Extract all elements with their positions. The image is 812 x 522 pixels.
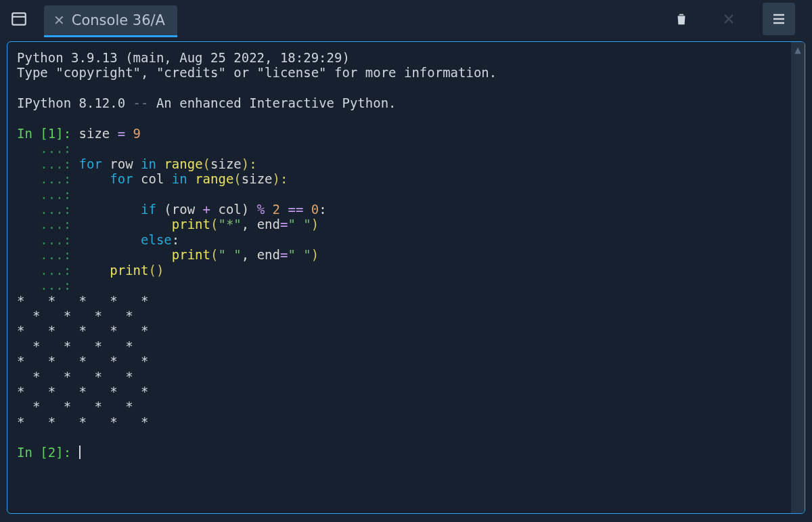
svg-rect-0	[12, 13, 26, 24]
code-token: end	[257, 247, 280, 262]
banner-line-3b: An enhanced Interactive Python.	[148, 95, 396, 110]
prompt-cont: ...:	[17, 202, 79, 217]
code-token: col	[141, 171, 172, 186]
code-token: (	[210, 217, 218, 232]
code-token: "*"	[218, 217, 241, 232]
code-token: " "	[288, 247, 311, 262]
prompt-cont: ...:	[17, 217, 79, 232]
code-token: ):	[273, 171, 288, 186]
prompt-cont: ...:	[17, 141, 79, 156]
code-token: :	[319, 202, 326, 217]
code-token: size	[242, 171, 273, 186]
code-token	[79, 202, 141, 217]
code-token: =	[280, 217, 288, 232]
prompt-cont: ...:	[17, 171, 79, 186]
prompt-cont: ...:	[17, 263, 79, 278]
code-token: ,	[242, 247, 257, 262]
prompt-cont: ...:	[17, 232, 79, 247]
code-token: (	[210, 247, 218, 262]
code-token: =	[280, 247, 288, 262]
output-row: * * * *	[17, 369, 148, 384]
code-token: 0	[311, 202, 319, 217]
code-token	[79, 171, 110, 186]
banner-line-2: Type "copyright", "credits" or "license"…	[17, 65, 497, 80]
code-token: row	[110, 156, 141, 171]
prompt-in-2: In [2]:	[17, 445, 79, 460]
code-token: for	[110, 171, 141, 186]
menu-button[interactable]	[763, 3, 795, 35]
tab-label: Console 36/A	[72, 12, 165, 28]
code-token	[79, 263, 110, 278]
code-token: ,	[242, 217, 257, 232]
output-row: * * * *	[17, 399, 148, 414]
banner-line-3a: IPython 8.12.0	[17, 95, 133, 110]
window-icon	[10, 10, 28, 28]
code-token: " "	[218, 247, 241, 262]
code-token: in	[172, 171, 195, 186]
code-token: (	[203, 156, 210, 171]
output-row: * * * * *	[17, 414, 148, 429]
console-panel: Python 3.9.13 (main, Aug 25 2022, 18:29:…	[7, 41, 805, 514]
toolbar-right	[668, 0, 812, 37]
menu-icon	[771, 11, 787, 27]
prompt-cont: ...:	[17, 278, 79, 292]
code-token: end	[257, 217, 280, 232]
prompt-cont: ...:	[17, 187, 79, 202]
code-token	[79, 217, 172, 232]
scroll-up-arrow[interactable]: ▲	[791, 43, 805, 56]
code-token: )	[311, 247, 319, 262]
console-output[interactable]: Python 3.9.13 (main, Aug 25 2022, 18:29:…	[7, 42, 791, 513]
code-token: col)	[210, 202, 257, 217]
code-token: )	[156, 263, 164, 278]
code-token: print	[110, 263, 148, 278]
code-token: size	[79, 126, 118, 141]
tab-bar: ✕ Console 36/A	[0, 0, 812, 37]
code-token: " "	[288, 217, 311, 232]
close-icon[interactable]: ✕	[53, 12, 65, 28]
code-token: +	[203, 202, 210, 217]
output-row: * * * * *	[17, 293, 148, 308]
code-token: if	[141, 202, 164, 217]
x-icon	[722, 12, 736, 26]
code-token	[79, 232, 141, 247]
code-token: range	[195, 171, 233, 186]
code-token: (	[233, 171, 241, 186]
tab-strip: ✕ Console 36/A	[37, 0, 668, 37]
code-token: range	[164, 156, 202, 171]
code-token: 2	[273, 202, 288, 217]
banner-line-1: Python 3.9.13 (main, Aug 25 2022, 18:29:…	[17, 50, 350, 65]
banner-sep: --	[133, 95, 149, 110]
code-token: 9	[133, 126, 141, 141]
output-row: * * * *	[17, 308, 148, 323]
code-token: (	[148, 263, 156, 278]
scrollbar[interactable]: ▲	[791, 42, 805, 513]
tab-console[interactable]: ✕ Console 36/A	[44, 5, 177, 37]
output-row: * * * *	[17, 339, 148, 353]
prompt-in-1: In [1]:	[17, 126, 79, 141]
code-token	[79, 247, 172, 262]
prompt-cont: ...:	[17, 247, 79, 262]
code-token: ==	[288, 202, 311, 217]
code-token: :	[172, 232, 179, 247]
code-token: in	[141, 156, 164, 171]
clear-console-button[interactable]	[668, 5, 695, 32]
output-row: * * * * *	[17, 384, 148, 399]
output-row: * * * * *	[17, 323, 148, 338]
code-token: for	[79, 156, 110, 171]
trash-icon	[674, 11, 689, 27]
close-panel-button[interactable]	[715, 5, 742, 32]
code-token: =	[118, 126, 133, 141]
code-token: %	[257, 202, 273, 217]
code-token: size	[210, 156, 242, 171]
code-token: ):	[242, 156, 257, 171]
prompt-cont: ...:	[17, 156, 79, 171]
code-token: (row	[164, 202, 202, 217]
code-token: )	[311, 217, 319, 232]
output-row: * * * * *	[17, 353, 148, 368]
code-token: else	[141, 232, 172, 247]
text-cursor	[79, 445, 81, 459]
code-token: print	[172, 217, 210, 232]
code-token: print	[172, 247, 210, 262]
new-tab-button[interactable]	[0, 0, 37, 37]
